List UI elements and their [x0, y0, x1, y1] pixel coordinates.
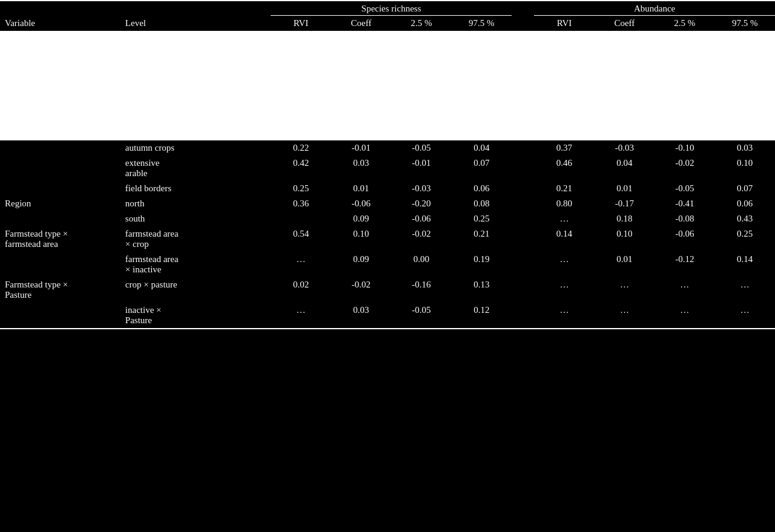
- cell-level: north: [120, 196, 271, 211]
- col-header-variable: [0, 1, 120, 16]
- table-row: Farmstead type × Pasturecrop × pasture0.…: [0, 277, 775, 303]
- cell-variable: Region: [0, 196, 120, 211]
- cell-sr_high: 0.06: [452, 181, 512, 196]
- th-sr-coeff: Coeff: [331, 16, 391, 31]
- cell-ab_rvi: …: [534, 303, 594, 329]
- th-level: Level: [120, 16, 271, 31]
- cell-sr_low: -0.20: [391, 196, 451, 211]
- cell-variable: [0, 303, 120, 329]
- cell-ab_coeff: 0.10: [595, 226, 655, 252]
- cell-variable: [0, 181, 120, 196]
- table-row: extensive arable0.420.03-0.010.070.460.0…: [0, 156, 775, 181]
- spacer: [512, 1, 534, 16]
- cell-ab_rvi: 0.37: [534, 140, 594, 156]
- th-sr-low: 2.5 %: [391, 16, 451, 31]
- cell-ab_low: …: [655, 303, 714, 329]
- cell-ab_low: -0.08: [655, 211, 714, 226]
- table-row: Farmstead type × farmstead areafarmstead…: [0, 226, 775, 252]
- cell-ab_coeff: 0.01: [595, 252, 655, 277]
- cell-sr_coeff: 0.01: [331, 181, 391, 196]
- th-ab-coeff: Coeff: [595, 16, 655, 31]
- cell-ab_coeff: -0.03: [595, 140, 655, 156]
- spacer-cell: [512, 140, 534, 156]
- cell-ab_low: -0.06: [655, 226, 714, 252]
- col-header-level: [120, 1, 271, 16]
- cell-level: farmstead area × crop: [120, 226, 271, 252]
- cell-ab_coeff: 0.18: [595, 211, 655, 226]
- cell-sr_high: 0.07: [452, 156, 512, 181]
- th-sr-high: 97.5 %: [452, 16, 512, 31]
- cell-ab_coeff: …: [595, 277, 655, 303]
- cell-sr_coeff: 0.10: [331, 226, 391, 252]
- cell-ab_low: -0.02: [655, 156, 714, 181]
- cell-ab_high: 0.03: [714, 140, 775, 156]
- cell-ab_low: …: [655, 277, 714, 303]
- cell-sr_rvi: …: [271, 252, 331, 277]
- cell-level: crop × pasture: [120, 277, 271, 303]
- cell-sr_rvi: 0.02: [271, 277, 331, 303]
- cell-sr_low: -0.03: [391, 181, 451, 196]
- cell-sr_high: 0.13: [452, 277, 512, 303]
- cell-ab_rvi: 0.80: [534, 196, 594, 211]
- cell-ab_rvi: 0.21: [534, 181, 594, 196]
- cell-sr_rvi: 0.36: [271, 196, 331, 211]
- spacer-cell: [512, 211, 534, 226]
- th-ab-rvi: RVI: [534, 16, 594, 31]
- cell-level: south: [120, 211, 271, 226]
- cell-sr_rvi: 0.54: [271, 226, 331, 252]
- cell-sr_coeff: 0.03: [331, 156, 391, 181]
- th-ab-low: 2.5 %: [655, 16, 714, 31]
- cell-ab_low: -0.05: [655, 181, 714, 196]
- cell-sr_rvi: 0.42: [271, 156, 331, 181]
- white-block-row: [0, 31, 775, 140]
- cell-sr_high: 0.19: [452, 252, 512, 277]
- cell-ab_coeff: 0.04: [595, 156, 655, 181]
- cell-ab_rvi: …: [534, 252, 594, 277]
- cell-sr_low: -0.06: [391, 211, 451, 226]
- th-variable: Variable: [0, 16, 120, 31]
- spacer-cell: [512, 226, 534, 252]
- cell-ab_high: …: [714, 303, 775, 329]
- cell-sr_rvi: 0.25: [271, 181, 331, 196]
- spacer-cell: [512, 252, 534, 277]
- spacer-cell: [512, 303, 534, 329]
- cell-variable: [0, 252, 120, 277]
- cell-sr_low: -0.05: [391, 303, 451, 329]
- col-group-abundance: Abundance: [534, 1, 775, 16]
- cell-variable: [0, 156, 120, 181]
- cell-sr_high: 0.12: [452, 303, 512, 329]
- cell-sr_low: -0.05: [391, 140, 451, 156]
- cell-ab_low: -0.12: [655, 252, 714, 277]
- cell-ab_high: 0.07: [714, 181, 775, 196]
- cell-level: inactive × Pasture: [120, 303, 271, 329]
- cell-ab_coeff: …: [595, 303, 655, 329]
- table-row: inactive × Pasture…0.03-0.050.12…………: [0, 303, 775, 329]
- cell-ab_high: …: [714, 277, 775, 303]
- cell-sr_coeff: 0.09: [331, 252, 391, 277]
- spacer-cell: [512, 181, 534, 196]
- cell-ab_high: 0.10: [714, 156, 775, 181]
- cell-ab_low: -0.10: [655, 140, 714, 156]
- cell-sr_low: -0.02: [391, 226, 451, 252]
- table-row: Regionnorth0.36-0.06-0.200.080.80-0.17-0…: [0, 196, 775, 211]
- cell-sr_low: -0.16: [391, 277, 451, 303]
- table-container: Species richness Abundance Variable Leve…: [0, 0, 775, 329]
- cell-sr_coeff: -0.02: [331, 277, 391, 303]
- cell-variable: Farmstead type × Pasture: [0, 277, 120, 303]
- spacer-cell: [512, 277, 534, 303]
- cell-sr_coeff: 0.09: [331, 211, 391, 226]
- cell-sr_coeff: 0.03: [331, 303, 391, 329]
- cell-variable: [0, 140, 120, 156]
- cell-sr_high: 0.21: [452, 226, 512, 252]
- cell-sr_high: 0.08: [452, 196, 512, 211]
- cell-sr_low: -0.01: [391, 156, 451, 181]
- th-sr-rvi: RVI: [271, 16, 331, 31]
- cell-sr_low: 0.00: [391, 252, 451, 277]
- cell-sr_coeff: -0.06: [331, 196, 391, 211]
- th-ab-high: 97.5 %: [714, 16, 775, 31]
- cell-level: extensive arable: [120, 156, 271, 181]
- cell-ab_rvi: 0.46: [534, 156, 594, 181]
- cell-sr_rvi: [271, 211, 331, 226]
- cell-ab_high: 0.14: [714, 252, 775, 277]
- spacer-cell: [512, 156, 534, 181]
